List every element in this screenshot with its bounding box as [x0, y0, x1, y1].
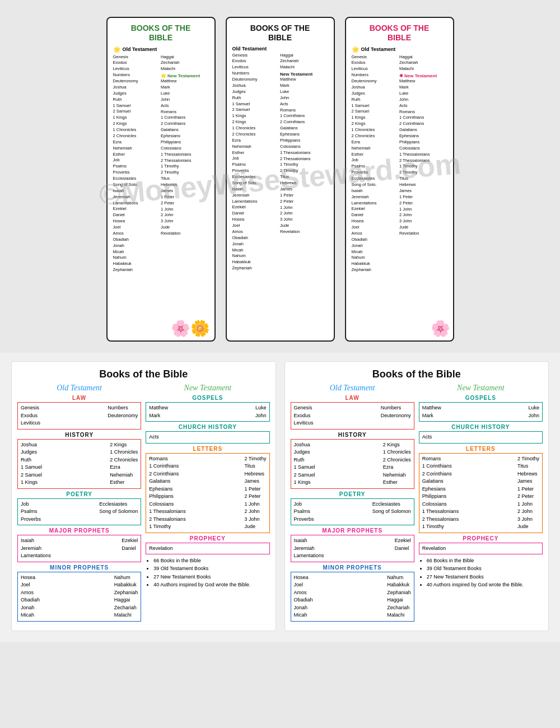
list-item: Psalms — [21, 508, 41, 516]
history-left: Joshua Judges Ruth 1 Samuel 2 Samuel 1 K… — [21, 441, 42, 487]
list-item: Jude — [399, 225, 447, 231]
bible-sheet-1: Books of the Bible Old Testament LAW Gen… — [11, 361, 276, 631]
list-item: 2 Corinthians — [161, 121, 209, 127]
list-item: Obadiah — [21, 596, 40, 604]
list-item: 40 Authors inspired by God wrote the Bib… — [153, 581, 269, 589]
list-item: 2 Timothy — [399, 170, 447, 176]
list-item: Colossians — [422, 501, 459, 508]
list-item: Joshua — [113, 85, 161, 91]
list-item: Proverbs — [113, 170, 161, 176]
list-item: Ecclesiastes — [372, 501, 411, 508]
list-item: Malachi — [280, 64, 328, 71]
list-item: Lamentations — [294, 552, 324, 560]
left-col-1: Genesis Exodus Leviticus Numbers Deutero… — [113, 54, 161, 274]
major-right-2: Ezekiel Daniel — [395, 537, 411, 560]
list-item: 1 John — [161, 207, 209, 213]
list-item: Ezekiel — [352, 206, 400, 212]
list-item: 2 Peter — [244, 493, 266, 501]
gospels-left-2: Matthew Mark — [422, 404, 441, 419]
list-item: Nehemiah — [113, 146, 161, 152]
bookmark-3: BOOKS OF THEBIBLE 🌟 Old Testament Genesi… — [345, 17, 454, 342]
list-item: 1 Corinthians — [422, 463, 459, 470]
history-box-2: Joshua Judges Ruth 1 Samuel 2 Samuel 1 K… — [291, 439, 414, 489]
list-item: Ezra — [113, 139, 161, 146]
list-item: Titus — [399, 176, 447, 182]
list-item: Leviticus — [113, 66, 161, 72]
list-item: 1 Peter — [280, 193, 328, 199]
history-box-1: Joshua Judges Ruth 1 Samuel 2 Samuel 1 K… — [17, 439, 141, 489]
list-item: 66 Books in the Bible — [427, 557, 543, 564]
minor-prophets-title-1: MINOR PROPHETS — [17, 564, 141, 571]
list-item: 1 Thessalonians — [280, 150, 328, 156]
list-item: Amos — [113, 231, 161, 237]
list-item: Galatians — [422, 478, 459, 486]
list-item: 40 Authors inspired by God wrote the Bib… — [427, 581, 543, 589]
list-item: Nahum — [352, 255, 400, 261]
right-col-3: Haggai Zechariah Malachi ❋ New Testament… — [399, 54, 447, 274]
list-item: Jeremiah — [21, 545, 51, 553]
major-prophets-title-2: MAJOR PROPHETS — [291, 528, 414, 534]
list-item: 1 Thessalonians — [161, 152, 209, 158]
list-item: Joel — [21, 581, 40, 589]
list-item: Colossians — [149, 501, 185, 508]
list-item: Mark — [422, 412, 441, 420]
list-item: Ezekiel — [122, 537, 138, 545]
list-item: Nahum — [387, 574, 411, 582]
list-item: Habakkuk — [113, 261, 161, 267]
bookmark-2-title: BOOKS OF THEBIBLE — [232, 24, 328, 43]
prophecy-title-1: PROPHECY — [146, 535, 269, 542]
list-item: Hosea — [352, 218, 400, 225]
list-item: Judges — [113, 91, 161, 97]
letters-left: Romans 1 Corinthians 2 Corinthians Galat… — [149, 455, 185, 531]
list-item: Colossians — [399, 146, 447, 152]
list-item: Habakkuk — [232, 259, 281, 265]
list-item: 2 John — [280, 211, 328, 217]
minor-prophets-box-1: Hosea Joel Amos Obadiah Jonah Micah Nahu… — [17, 572, 141, 622]
list-item: Luke — [255, 404, 267, 412]
list-item: Daniel — [352, 212, 400, 218]
list-item: Lamentations — [21, 552, 51, 560]
list-item: Jude — [244, 523, 266, 531]
list-item: Micah — [352, 249, 400, 255]
list-item: 1 Kings — [113, 115, 161, 121]
list-item: Esther — [232, 150, 281, 156]
list-item: Song of Solomon — [372, 508, 411, 516]
list-item: Galatians — [149, 478, 185, 486]
list-item: John — [280, 95, 328, 101]
history-title-1: HISTORY — [17, 432, 141, 438]
list-item: Jonah — [113, 243, 161, 249]
list-item: Hosea — [294, 574, 313, 582]
nt-heading-1: New Testament — [146, 384, 269, 393]
list-item: 39 Old Testament Books — [427, 564, 543, 572]
gospels-box-1: Matthew Mark Luke John — [146, 402, 269, 422]
list-item: Joel — [352, 225, 400, 231]
list-item: Ruth — [352, 97, 400, 103]
gospels-title-1: GOSPELS — [146, 395, 269, 401]
list-item: Ecclesiastes — [352, 176, 400, 182]
list-item: Ezra — [110, 464, 138, 472]
list-item: Zechariah — [161, 60, 209, 66]
list-item: 1 Thessalonians — [422, 508, 459, 516]
law-box-1: Genesis Exodus Leviticus Numbers Deutero… — [17, 402, 141, 430]
church-history-box-1: Acts — [146, 431, 269, 444]
list-item: 2 Samuel — [352, 109, 400, 115]
list-item: Revelation — [161, 231, 209, 237]
list-item: 3 John — [244, 516, 266, 524]
list-item: Zephaniah — [113, 267, 161, 273]
law-right: Numbers Deuteronomy — [108, 404, 138, 427]
major-right: Ezekiel Daniel — [122, 537, 138, 560]
right-col-2: Haggai Zechariah Malachi New Testament M… — [280, 53, 328, 272]
list-item: 2 Timothy — [161, 170, 209, 176]
nt-header-2: New Testament — [280, 72, 328, 77]
list-item: 1 Timothy — [399, 164, 447, 170]
list-item: Exodus — [113, 60, 161, 66]
letters-right: 2 Timothy Titus Hebrews James 1 Peter 2 … — [244, 455, 266, 531]
list-item: Malachi — [114, 612, 138, 619]
gospels-right-2: Luke John — [528, 404, 539, 419]
list-item: 1 Timothy — [149, 523, 185, 531]
list-item: Deuteronomy — [108, 412, 138, 420]
ot-col-1: Old Testament LAW Genesis Exodus Levitic… — [17, 384, 141, 624]
list-item: Zechariah — [114, 604, 138, 612]
list-item: Matthew — [161, 78, 209, 85]
list-item: 2 Chronicles — [352, 133, 400, 139]
